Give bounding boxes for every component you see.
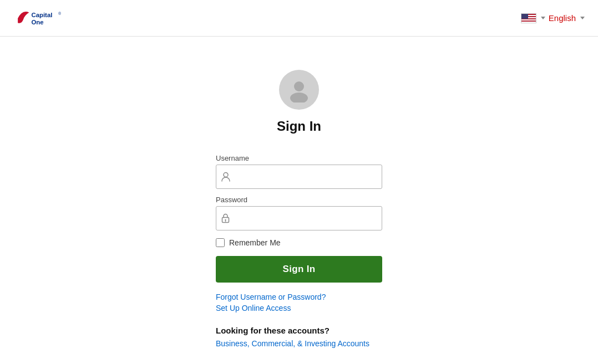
login-form: Username Password	[216, 147, 382, 326]
svg-text:Capital: Capital	[32, 11, 53, 18]
business-accounts-link[interactable]: Business, Commercial, & Investing Accoun…	[216, 339, 369, 348]
setup-online-access-link[interactable]: Set Up Online Access	[216, 304, 382, 312]
header: Capital One ® English	[0, 0, 598, 37]
language-label: English	[549, 13, 576, 23]
svg-text:One: One	[32, 18, 44, 25]
logo-area: Capital One ®	[13, 6, 85, 30]
password-label: Password	[216, 196, 382, 204]
remember-me-row: Remember Me	[216, 238, 382, 247]
us-flag-icon	[521, 13, 536, 23]
language-chevron-icon	[580, 17, 585, 19]
sign-in-title: Sign In	[277, 119, 321, 134]
username-label: Username	[216, 154, 382, 162]
language-selector[interactable]: English	[521, 13, 585, 23]
main-content: Sign In Username Password	[0, 37, 598, 348]
password-input-wrapper	[216, 206, 382, 230]
accounts-section: Looking for these accounts? Business, Co…	[216, 326, 382, 348]
remember-me-label[interactable]: Remember Me	[229, 238, 281, 247]
accounts-title: Looking for these accounts?	[216, 326, 382, 335]
user-avatar-icon	[286, 77, 312, 102]
links-section: Forgot Username or Password? Set Up Onli…	[216, 293, 382, 312]
svg-text:®: ®	[58, 12, 61, 16]
svg-point-3	[294, 81, 304, 91]
avatar	[279, 70, 319, 110]
remember-me-checkbox[interactable]	[216, 238, 225, 247]
username-input[interactable]	[216, 165, 382, 189]
sign-in-button[interactable]: Sign In	[216, 256, 382, 283]
flag-chevron-icon	[541, 17, 545, 19]
capital-one-logo: Capital One ®	[13, 6, 85, 30]
username-input-wrapper	[216, 165, 382, 189]
svg-point-4	[290, 93, 308, 102]
forgot-credentials-link[interactable]: Forgot Username or Password?	[216, 293, 382, 301]
password-input[interactable]	[216, 206, 382, 230]
